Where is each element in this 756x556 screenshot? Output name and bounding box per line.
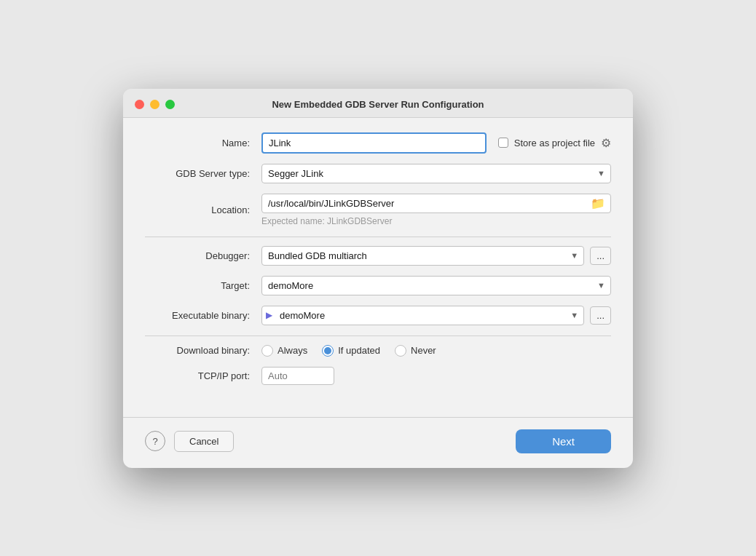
maximize-button[interactable] — [165, 100, 175, 109]
location-label: Location: — [145, 204, 261, 215]
store-project-checkbox[interactable] — [498, 138, 508, 148]
location-input-wrap: 📁 — [261, 194, 611, 213]
gear-icon[interactable]: ⚙ — [601, 136, 611, 150]
exec-binary-select[interactable]: demoMore — [261, 306, 584, 325]
gdb-server-type-field: Segger JLink ▼ — [261, 164, 611, 183]
download-binary-label: Download binary: — [145, 345, 261, 356]
radio-if-updated-button[interactable] — [322, 345, 334, 357]
dialog-window: New Embedded GDB Server Run Configuratio… — [123, 89, 633, 468]
tcpip-row: TCP/IP port: — [145, 367, 611, 385]
tcpip-label: TCP/IP port: — [145, 370, 261, 381]
exec-binary-select-inner: demoMore ▶ ▼ — [261, 306, 584, 325]
window-controls — [135, 100, 175, 109]
target-field: demoMore ▼ — [261, 276, 611, 295]
folder-browse-icon[interactable]: 📁 — [591, 196, 605, 210]
gdb-server-type-label: GDB Server type: — [145, 168, 261, 179]
radio-never-button[interactable] — [395, 345, 406, 357]
minimize-button[interactable] — [150, 100, 160, 109]
title-bar: New Embedded GDB Server Run Configuratio… — [123, 89, 633, 118]
target-select[interactable]: demoMore — [261, 276, 611, 295]
download-binary-options: Always If updated Never — [261, 345, 611, 357]
location-input[interactable] — [261, 194, 611, 213]
expected-name-text: Expected name: JLinkGDBServer — [261, 216, 611, 226]
debugger-select[interactable]: Bundled GDB multiarch — [261, 246, 584, 266]
name-row: Name: Store as project file ⚙ — [145, 132, 611, 154]
bottom-left-controls: ? Cancel — [145, 431, 234, 452]
radio-never[interactable]: Never — [395, 345, 436, 357]
divider-1 — [145, 237, 611, 237]
radio-always[interactable]: Always — [261, 345, 307, 357]
radio-always-label: Always — [277, 345, 307, 356]
dialog-content: Name: Store as project file ⚙ GDB Server… — [123, 118, 633, 410]
radio-never-label: Never — [411, 345, 436, 356]
store-project-label: Store as project file — [514, 138, 595, 148]
debugger-label: Debugger: — [145, 250, 261, 261]
debugger-select-wrap: Bundled GDB multiarch ▼ — [261, 246, 584, 266]
exec-binary-select-wrap: demoMore ▶ ▼ — [261, 306, 584, 325]
dialog-title: New Embedded GDB Server Run Configuratio… — [138, 99, 618, 110]
next-button[interactable]: Next — [516, 429, 611, 453]
name-label: Name: — [145, 138, 261, 148]
radio-if-updated-dot — [324, 347, 331, 354]
name-input[interactable] — [261, 132, 487, 154]
location-field: 📁 Expected name: JLinkGDBServer — [261, 194, 611, 226]
close-button[interactable] — [135, 100, 144, 109]
gdb-server-type-row: GDB Server type: Segger JLink ▼ — [145, 164, 611, 183]
target-row: Target: demoMore ▼ — [145, 276, 611, 295]
target-label: Target: — [145, 280, 261, 291]
name-input-wrap — [261, 132, 487, 154]
divider-2 — [145, 335, 611, 336]
exec-binary-row: Executable binary: demoMore ▶ ▼ ... — [145, 306, 611, 325]
exec-binary-label: Executable binary: — [145, 310, 261, 321]
radio-if-updated-label: If updated — [338, 345, 380, 356]
location-row: Location: 📁 Expected name: JLinkGDBServe… — [145, 194, 611, 226]
debugger-row: Debugger: Bundled GDB multiarch ▼ ... — [145, 246, 611, 266]
gdb-server-type-select[interactable]: Segger JLink — [261, 164, 611, 183]
download-binary-row: Download binary: Always If updated — [145, 345, 611, 357]
store-project-wrap: Store as project file ⚙ — [498, 136, 611, 150]
exec-binary-icon: ▶ — [266, 310, 272, 320]
cancel-button[interactable]: Cancel — [174, 431, 234, 452]
target-select-wrap: demoMore ▼ — [261, 276, 611, 295]
download-binary-field: Always If updated Never — [261, 345, 611, 357]
tcpip-field — [261, 367, 611, 385]
bottom-bar: ? Cancel Next — [123, 417, 633, 468]
tcpip-input[interactable] — [261, 367, 334, 385]
debugger-ellipsis-button[interactable]: ... — [590, 247, 611, 265]
gdb-server-type-select-wrap: Segger JLink ▼ — [261, 164, 611, 183]
radio-if-updated[interactable]: If updated — [322, 345, 380, 357]
exec-binary-ellipsis-button[interactable]: ... — [590, 306, 611, 325]
help-button[interactable]: ? — [145, 431, 165, 451]
radio-always-button[interactable] — [261, 345, 273, 357]
